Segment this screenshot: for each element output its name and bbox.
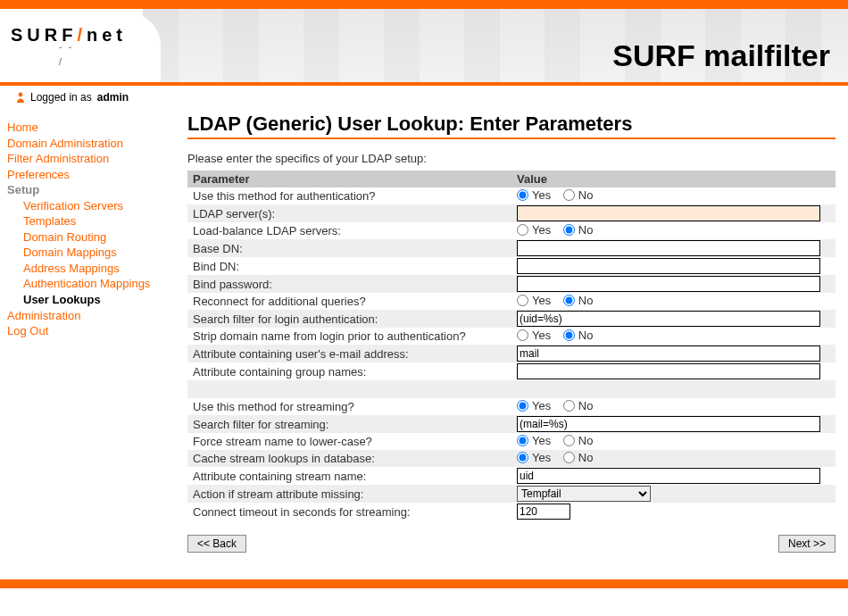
row-search-login: Search filter for login authentication:	[187, 310, 836, 328]
col-parameter: Parameter	[187, 171, 511, 187]
use-streaming-yes[interactable]	[517, 400, 528, 412]
sidebar: Home Domain Administration Filter Admini…	[0, 112, 187, 563]
row-connect-timeout: Connect timeout in seconds for streaming…	[187, 503, 836, 520]
force-lower-no[interactable]	[563, 435, 575, 446]
reconnect-no[interactable]	[563, 295, 575, 306]
sidebar-item-preferences[interactable]: Preferences	[7, 167, 186, 183]
row-use-auth: Use this method for authentication? Yes …	[187, 187, 836, 204]
logo-main: SURF	[11, 25, 77, 45]
login-prefix: Logged in as	[30, 91, 92, 104]
attr-group-input[interactable]	[517, 363, 820, 379]
cache-lookups-no[interactable]	[563, 452, 575, 463]
attr-stream-input[interactable]	[517, 468, 820, 484]
row-use-streaming: Use this method for streaming? Yes No	[187, 398, 836, 415]
back-button[interactable]: << Back	[187, 535, 246, 553]
page-title: LDAP (Generic) User Lookup: Enter Parame…	[187, 112, 836, 136]
sidebar-item-domain-routing[interactable]: Domain Routing	[23, 229, 186, 246]
sidebar-item-user-lookups[interactable]: User Lookups	[23, 292, 186, 308]
param-label: Connect timeout in seconds for streaming…	[187, 503, 511, 520]
sidebar-item-filter-administration[interactable]: Filter Administration	[7, 151, 186, 167]
col-value: Value	[511, 171, 836, 187]
row-base-dn: Base DN:	[187, 239, 836, 257]
load-balance-no[interactable]	[563, 224, 575, 236]
param-label: Search filter for login authentication:	[187, 310, 511, 328]
logo-net: net	[87, 25, 127, 45]
sidebar-item-administration[interactable]: Administration	[7, 308, 186, 324]
row-bind-pw: Bind password:	[187, 275, 836, 293]
logo: SURF/net ˇ ˇ/	[0, 9, 161, 82]
row-bind-dn: Bind DN:	[187, 257, 836, 275]
row-spacer	[187, 380, 836, 398]
logo-text: SURF/net	[11, 25, 127, 45]
param-label: Bind password:	[187, 275, 511, 293]
param-label: Attribute containing stream name:	[187, 467, 511, 485]
row-attr-email: Attribute containing user's e-mail addre…	[187, 345, 836, 362]
header: SURF/net ˇ ˇ/ SURF mailfilter	[0, 9, 848, 82]
params-table: Parameter Value Use this method for auth…	[187, 171, 836, 520]
svg-point-0	[19, 93, 23, 97]
param-label: Load-balance LDAP servers:	[187, 222, 511, 239]
person-icon	[16, 92, 25, 103]
sidebar-item-domain-administration[interactable]: Domain Administration	[7, 136, 186, 152]
param-label: Attribute containing group names:	[187, 362, 511, 380]
param-label: Base DN:	[187, 239, 511, 257]
title-rule	[187, 137, 836, 139]
button-row: << Back Next >>	[187, 535, 836, 553]
content: LDAP (Generic) User Lookup: Enter Parame…	[187, 112, 848, 563]
row-strip-domain: Strip domain name from login prior to au…	[187, 328, 836, 345]
row-force-lower: Force stream name to lower-case? Yes No	[187, 433, 836, 450]
force-lower-yes[interactable]	[517, 435, 528, 446]
top-accent-bar	[0, 0, 848, 9]
base-dn-input[interactable]	[517, 240, 820, 256]
sidebar-item-home[interactable]: Home	[7, 120, 186, 136]
reconnect-yes[interactable]	[517, 295, 528, 306]
bind-dn-input[interactable]	[517, 258, 820, 274]
use-streaming-no[interactable]	[563, 400, 575, 412]
login-status: Logged in as admin	[0, 86, 848, 109]
sidebar-item-templates[interactable]: Templates	[23, 213, 186, 229]
use-auth-yes[interactable]	[517, 189, 528, 201]
use-auth-no[interactable]	[563, 189, 575, 201]
sidebar-setup-sub: Verification Servers Templates Domain Ro…	[7, 198, 186, 308]
row-search-stream: Search filter for streaming:	[187, 415, 836, 433]
table-header-row: Parameter Value	[187, 171, 836, 187]
sidebar-item-setup[interactable]: Setup	[7, 182, 186, 198]
param-label: Cache stream lookups in database:	[187, 450, 511, 467]
param-label: Action if stream attribute missing:	[187, 485, 511, 503]
param-label: Search filter for streaming:	[187, 415, 511, 433]
row-cache-lookups: Cache stream lookups in database: Yes No	[187, 450, 836, 467]
search-login-input[interactable]	[517, 311, 820, 327]
param-label: Use this method for streaming?	[187, 398, 511, 415]
sidebar-item-logout[interactable]: Log Out	[7, 323, 186, 339]
next-button[interactable]: Next >>	[778, 535, 836, 553]
logo-slash: /	[77, 25, 87, 45]
load-balance-yes[interactable]	[517, 224, 528, 236]
param-value: Yes No	[511, 187, 836, 204]
row-action-missing: Action if stream attribute missing: Temp…	[187, 485, 836, 503]
app-title: SURF mailfilter	[612, 38, 830, 73]
login-username: admin	[97, 91, 129, 104]
param-label: Attribute containing user's e-mail addre…	[187, 345, 511, 362]
main: Home Domain Administration Filter Admini…	[0, 109, 848, 563]
row-ldap-servers: LDAP server(s):	[187, 204, 836, 222]
connect-timeout-input[interactable]	[517, 504, 570, 520]
page-intro: Please enter the specifics of your LDAP …	[187, 152, 836, 165]
strip-domain-no[interactable]	[563, 329, 575, 341]
sidebar-item-domain-mappings[interactable]: Domain Mappings	[23, 245, 186, 261]
sidebar-item-verification-servers[interactable]: Verification Servers	[23, 198, 186, 214]
param-label: Reconnect for additional queries?	[187, 293, 511, 310]
logo-sub: ˇ ˇ/	[59, 46, 150, 67]
sidebar-item-address-mappings[interactable]: Address Mappings	[23, 261, 186, 277]
sidebar-item-authentication-mappings[interactable]: Authentication Mappings	[23, 276, 186, 292]
action-missing-select[interactable]: Tempfail	[517, 486, 651, 502]
row-load-balance: Load-balance LDAP servers: Yes No	[187, 222, 836, 239]
cache-lookups-yes[interactable]	[517, 452, 528, 463]
attr-email-input[interactable]	[517, 345, 820, 362]
param-label: Bind DN:	[187, 257, 511, 275]
strip-domain-yes[interactable]	[517, 329, 528, 341]
param-label: Force stream name to lower-case?	[187, 433, 511, 450]
bind-password-input[interactable]	[517, 276, 820, 292]
footer-bar	[0, 579, 848, 588]
search-stream-input[interactable]	[517, 416, 820, 432]
ldap-servers-input[interactable]	[517, 205, 820, 221]
